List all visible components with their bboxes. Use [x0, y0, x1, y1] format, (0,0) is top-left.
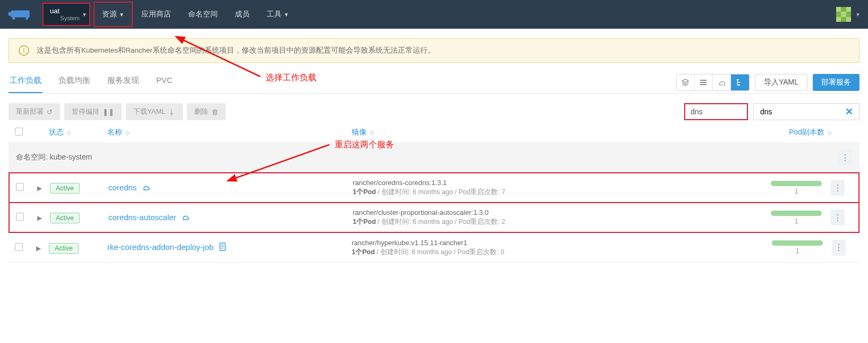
- sort-icon: ◇: [828, 130, 832, 136]
- svg-point-3: [25, 17, 28, 20]
- warning-banner: ! 这是包含所有Kubernetes和Rancher系统命名空间的系统项目，修改…: [8, 38, 860, 63]
- col-pods[interactable]: Pod副本数 ◇: [763, 128, 832, 137]
- svg-rect-10: [738, 85, 740, 86]
- tab-workloads[interactable]: 工作负载: [8, 71, 42, 93]
- view-toggles: [676, 74, 750, 91]
- pod-count: 1: [762, 188, 831, 195]
- env-sub: System: [50, 15, 80, 21]
- tab-pvc[interactable]: PVC: [155, 71, 174, 93]
- namespace-group-row: 命名空间: kube-system ⋮: [8, 143, 860, 172]
- col-state[interactable]: 状态 ◇: [49, 128, 107, 137]
- status-badge: Active: [50, 183, 80, 194]
- logo: [7, 4, 39, 25]
- banner-text: 这是包含所有Kubernetes和Rancher系统命名空间的系统项目，修改当前…: [37, 46, 435, 55]
- sort-icon: ◇: [125, 130, 130, 136]
- nav-namespaces[interactable]: 命名空间: [180, 0, 226, 29]
- warning-icon: !: [19, 45, 29, 56]
- search-value-display: dns: [684, 103, 748, 120]
- trash-icon: 🗑: [211, 108, 218, 116]
- redo-icon: ↺: [47, 108, 53, 116]
- table-header: 状态 ◇ 名称 ◇ 镜像 ◇ Pod副本数 ◇: [8, 120, 860, 143]
- image-name: rancher/coredns-coredns:1.3.1: [353, 179, 762, 187]
- chevron-down-icon: ▼: [119, 12, 124, 18]
- status-badge: Active: [50, 213, 80, 223]
- cloud-icon: [142, 184, 150, 193]
- image-meta: 1个Pod / 创建时间: 6 months ago / Pod重启次数: 2: [353, 217, 762, 227]
- tab-loadbalancing[interactable]: 负载均衡: [57, 71, 91, 93]
- image-meta: 1个Pod / 创建时间: 6 months ago / Pod重启次数: 7: [353, 188, 762, 197]
- svg-rect-8: [737, 79, 739, 80]
- svg-rect-0: [11, 11, 30, 18]
- table-row: ▶Activecoredns-autoscaler rancher/cluste…: [8, 203, 860, 233]
- image-name: rancher/hyperkube:v1.15.11-rancher1: [352, 239, 763, 247]
- view-cloud-icon[interactable]: [713, 74, 731, 90]
- tab-servicediscovery[interactable]: 服务发现: [106, 71, 140, 93]
- chevron-down-icon: ▼: [82, 12, 87, 18]
- row-checkbox[interactable]: [16, 213, 24, 221]
- row-menu-button[interactable]: ⋮: [831, 180, 845, 196]
- expand-icon[interactable]: ▶: [36, 245, 41, 252]
- env-dropdown[interactable]: uat System ▼: [42, 3, 90, 26]
- delete-button[interactable]: 删除 🗑: [187, 103, 226, 120]
- svg-point-2: [12, 17, 15, 20]
- workload-name-link[interactable]: rke-coredns-addon-deploy-job: [107, 242, 214, 252]
- select-all-checkbox[interactable]: [15, 128, 23, 136]
- tab-row: 工作负载 负载均衡 服务发现 PVC 导入YAML 部署服务: [8, 71, 860, 94]
- row-menu-button[interactable]: ⋮: [831, 210, 845, 225]
- col-name[interactable]: 名称 ◇: [107, 128, 352, 137]
- svg-rect-1: [8, 12, 13, 16]
- sort-icon: ◇: [67, 130, 71, 136]
- row-checkbox[interactable]: [15, 243, 23, 251]
- row-menu-button[interactable]: ⋮: [838, 149, 852, 165]
- pod-bar: [771, 181, 822, 186]
- row-menu-button[interactable]: ⋮: [832, 240, 846, 256]
- image-name: rancher/cluster-proportional-autoscaler:…: [353, 208, 762, 216]
- pause-button[interactable]: 暂停编排 ❚❚: [64, 103, 122, 120]
- row-checkbox[interactable]: [16, 183, 24, 191]
- svg-rect-9: [738, 82, 740, 83]
- download-icon: ⭳: [168, 108, 175, 116]
- svg-rect-7: [700, 84, 707, 85]
- avatar: [836, 7, 851, 22]
- expand-icon[interactable]: ▶: [37, 214, 42, 222]
- view-list-icon[interactable]: [695, 74, 713, 90]
- download-yaml-button[interactable]: 下载YAML ⭳: [126, 103, 183, 120]
- user-menu[interactable]: ▼: [836, 7, 861, 22]
- nav-tools[interactable]: 工具 ▼: [258, 0, 297, 29]
- expand-icon[interactable]: ▶: [37, 185, 42, 192]
- workload-name-link[interactable]: coredns: [108, 183, 137, 192]
- pause-icon: ❚❚: [103, 108, 114, 116]
- env-name: uat: [50, 7, 80, 14]
- nav-resources[interactable]: 资源 ▼: [93, 2, 133, 27]
- view-tree-icon[interactable]: [731, 74, 749, 90]
- namespace-label: 命名空间: kube-system: [16, 153, 92, 162]
- search-input[interactable]: [753, 103, 860, 120]
- clear-search-icon[interactable]: ✕: [845, 106, 853, 118]
- workload-name-link[interactable]: coredns-autoscaler: [108, 213, 176, 222]
- image-meta: 1个Pod / 创建时间: 6 months ago / Pod重启次数: 0: [352, 248, 763, 257]
- pod-bar: [771, 211, 822, 216]
- toolbar: 重新部署 ↺ 暂停编排 ❚❚ 下载YAML ⭳ 删除 🗑 dns ✕: [8, 103, 860, 120]
- document-icon: [219, 244, 226, 253]
- top-nav: uat System ▼ 资源 ▼ 应用商店 命名空间 成员 工具 ▼ ▼: [0, 0, 868, 29]
- table-row: ▶Activerke-coredns-addon-deploy-job ranc…: [8, 233, 860, 263]
- nav-members[interactable]: 成员: [226, 0, 258, 29]
- col-image[interactable]: 镜像 ◇: [352, 128, 763, 137]
- nav-appstore[interactable]: 应用商店: [133, 0, 180, 29]
- pod-bar: [772, 240, 823, 246]
- redeploy-button[interactable]: 重新部署 ↺: [8, 103, 60, 120]
- nav-items: 资源 ▼ 应用商店 命名空间 成员 工具 ▼: [93, 0, 297, 29]
- import-yaml-button[interactable]: 导入YAML: [755, 74, 807, 91]
- svg-rect-6: [700, 82, 707, 83]
- sort-icon: ◇: [370, 130, 374, 136]
- svg-rect-5: [700, 80, 707, 81]
- status-badge: Active: [49, 243, 79, 254]
- table-row: ▶Activecoredns rancher/coredns-coredns:1…: [8, 172, 860, 203]
- view-group-icon[interactable]: [677, 74, 695, 90]
- cloud-icon: [181, 214, 190, 222]
- pod-count: 1: [762, 217, 831, 225]
- chevron-down-icon: ▼: [855, 12, 861, 18]
- deploy-button[interactable]: 部署服务: [813, 74, 860, 91]
- chevron-down-icon: ▼: [284, 12, 289, 18]
- pod-count: 1: [763, 247, 832, 255]
